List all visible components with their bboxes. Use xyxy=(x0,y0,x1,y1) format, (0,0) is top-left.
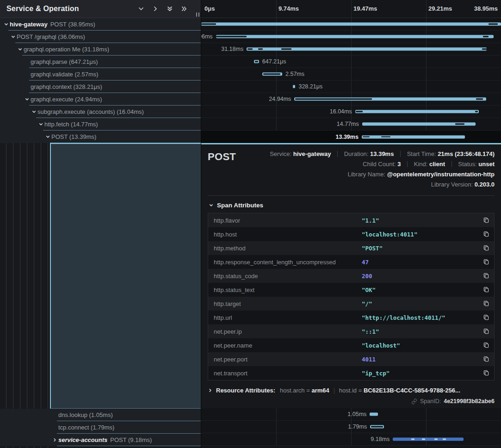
column-resize-handle[interactable] xyxy=(196,12,199,17)
tick-label: 19.47ms xyxy=(353,5,377,12)
copy-icon[interactable] xyxy=(481,286,489,293)
copy-icon[interactable] xyxy=(481,370,489,376)
tree-guide xyxy=(48,143,48,448)
span-bar[interactable] xyxy=(370,413,377,416)
collapse-all-double-chevron-down-icon[interactable] xyxy=(166,5,173,12)
resource-value: BC62E13B-C4CC-5854-9788-256... xyxy=(364,387,460,394)
copy-icon[interactable] xyxy=(481,231,489,237)
span-bar[interactable] xyxy=(362,135,465,138)
tree-row-tcp-connect[interactable]: tcp.connect (1.79ms) xyxy=(0,421,201,434)
operation-label: graphql.context (328.21μs) xyxy=(31,83,102,90)
chevron-down-icon[interactable] xyxy=(4,22,10,27)
tree-row-graphql-validate[interactable]: graphql.validate (2.57ms) xyxy=(0,68,201,81)
span-bar[interactable] xyxy=(254,60,259,63)
chevron-down-icon[interactable] xyxy=(18,47,24,52)
copy-icon[interactable] xyxy=(481,217,489,224)
timeline-row[interactable]: 2.57ms xyxy=(201,68,501,81)
kind-value: client xyxy=(429,161,445,168)
operation-label: POST /graphql (36.06ms) xyxy=(17,33,85,40)
attr-row: net.peer.port4011 xyxy=(208,352,494,366)
attr-key: net.peer.ip xyxy=(214,328,362,335)
attr-value: "OK" xyxy=(362,286,481,293)
span-bar[interactable] xyxy=(201,23,501,26)
tree-row-post-selected[interactable]: POST (13.39ms) xyxy=(0,131,201,143)
expand-all-double-chevron-right-icon[interactable] xyxy=(180,5,188,12)
panel-title: Service & Operation xyxy=(6,5,79,13)
span-bar[interactable] xyxy=(362,123,476,126)
tree-row-service-accounts-post[interactable]: service-accounts POST (9.18ms) xyxy=(0,434,201,446)
chevron-down-icon[interactable] xyxy=(38,122,44,127)
timeline-row[interactable]: 36.06ms xyxy=(201,31,501,43)
library-name-value: @opentelemetry/instrumentation-http xyxy=(387,171,495,178)
attr-key: net.peer.port xyxy=(214,356,362,363)
duration-label: 31.18ms xyxy=(221,46,243,52)
copy-icon[interactable] xyxy=(481,300,489,307)
span-attributes-toggle[interactable]: Span Attributes xyxy=(209,202,495,209)
timeline-row[interactable]: 31.18ms xyxy=(201,43,501,56)
timeline-row[interactable]: 1.05ms xyxy=(201,408,501,421)
resource-key: host.id xyxy=(339,387,357,394)
timeline-row[interactable]: 647.21μs xyxy=(201,56,501,68)
tree-row-http-fetch[interactable]: http.fetch (14.77ms) xyxy=(0,118,201,131)
span-bar[interactable] xyxy=(355,110,479,113)
copy-icon[interactable] xyxy=(481,259,489,265)
timeline-row[interactable]: 9.18ms xyxy=(201,433,501,446)
filler xyxy=(201,446,501,448)
attr-row: http.response_content_length_uncompresse… xyxy=(208,255,494,269)
collapse-one-chevron-down-icon[interactable] xyxy=(137,5,145,12)
copy-icon[interactable] xyxy=(481,273,489,279)
span-title: POST xyxy=(208,149,236,163)
chevron-right-icon[interactable] xyxy=(52,437,58,442)
equals-sign: = xyxy=(359,387,362,394)
copy-icon[interactable] xyxy=(481,356,489,362)
expand-one-chevron-right-icon[interactable] xyxy=(152,5,159,12)
library-name-label: Library Name: xyxy=(347,171,385,178)
copy-icon[interactable] xyxy=(481,342,489,348)
copy-icon[interactable] xyxy=(481,245,489,251)
attr-row: http.flavor"1.1" xyxy=(208,213,494,227)
span-bar[interactable] xyxy=(293,85,295,88)
attr-value: "/" xyxy=(362,300,481,307)
span-bar[interactable] xyxy=(294,98,486,101)
tree-row-graphql-operation-me[interactable]: graphql.operation Me (31.18ms) xyxy=(0,43,201,56)
service-operation-column: Service & Operation hive-gateway POS xyxy=(0,0,201,448)
tree-row-graphql-parse[interactable]: graphql.parse (647.21μs) xyxy=(0,56,201,68)
equals-sign: = xyxy=(306,387,310,394)
attr-row: http.status_code200 xyxy=(208,269,494,283)
resource-attributes-row[interactable]: Resource Attributes: host.arch = arm64 h… xyxy=(208,387,495,394)
span-bar[interactable] xyxy=(247,48,487,51)
attr-row: http.target"/" xyxy=(208,297,494,311)
attr-value: 47 xyxy=(362,259,481,266)
timeline-header: 0μs 9.74ms 19.47ms 29.21ms 38.95ms xyxy=(201,0,501,18)
copy-icon[interactable] xyxy=(481,328,489,335)
timeline-row[interactable]: 16.04ms xyxy=(201,106,501,118)
chevron-down-icon[interactable] xyxy=(45,134,51,139)
timeline-row-selected[interactable]: 13.39ms xyxy=(201,131,501,143)
copy-icon[interactable] xyxy=(481,314,489,321)
library-version-value: 0.203.0 xyxy=(475,181,495,188)
span-bar[interactable] xyxy=(262,73,282,76)
span-bar[interactable] xyxy=(393,438,464,441)
tree-row-graphql-execute[interactable]: graphql.execute (24.94ms) xyxy=(0,93,201,106)
timeline-row[interactable]: 1.79ms xyxy=(201,421,501,433)
span-bar[interactable] xyxy=(370,425,384,429)
span-bar[interactable] xyxy=(216,35,494,38)
chevron-down-icon[interactable] xyxy=(11,34,17,39)
operation-label: subgraph.execute (accounts) (16.04ms) xyxy=(37,108,144,115)
attr-key: http.flavor xyxy=(214,217,362,224)
tree-row-post-graphql[interactable]: POST /graphql (36.06ms) xyxy=(0,31,201,43)
link-icon[interactable] xyxy=(411,398,417,404)
kind-label: Kind: xyxy=(414,161,428,168)
timeline-row[interactable]: 38.95ms xyxy=(201,18,501,31)
timeline-row[interactable]: 328.21μs xyxy=(201,81,501,93)
chevron-down-icon[interactable] xyxy=(25,97,31,102)
timeline-row[interactable]: 24.94ms xyxy=(201,93,501,106)
tree-row-dns-lookup[interactable]: dns.lookup (1.05ms) xyxy=(0,409,201,421)
duration-label: 1.79ms xyxy=(348,423,367,430)
tree-controls xyxy=(137,5,196,12)
tree-row-subgraph-execute[interactable]: subgraph.execute (accounts) (16.04ms) xyxy=(0,106,201,118)
tree-row-graphql-context[interactable]: graphql.context (328.21μs) xyxy=(0,81,201,93)
timeline-row[interactable]: 14.77ms xyxy=(201,118,501,131)
chevron-down-icon[interactable] xyxy=(31,109,37,114)
tree-row-hive-gateway-post[interactable]: hive-gateway POST (38.95ms) xyxy=(0,18,201,31)
